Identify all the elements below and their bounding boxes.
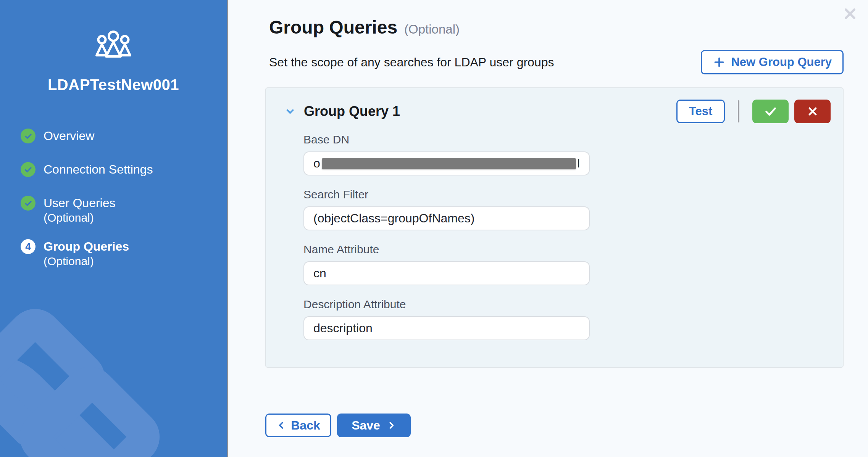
step-number-badge: 4 [21,239,35,254]
step-complete-check-icon [21,129,35,143]
base-dn-label: Base DN [303,133,831,146]
x-icon [806,105,820,118]
delete-button[interactable] [794,100,831,123]
back-label: Back [291,418,320,433]
search-filter-input[interactable]: (objectClass=groupOfNames) [303,206,590,230]
close-icon[interactable] [841,5,859,23]
step-overview[interactable]: Overview [21,129,227,143]
group-query-title: Group Query 1 [304,103,400,119]
user-group-icon [94,31,133,58]
description-attribute-value: description [313,321,373,335]
name-attribute-input[interactable]: cn [303,261,590,285]
save-label: Save [352,418,380,433]
step-label: Group Queries [44,239,129,254]
base-dn-value-end: l [577,156,580,171]
plus-icon [713,56,726,69]
step-complete-check-icon [21,162,35,177]
step-connection-settings[interactable]: Connection Settings [21,162,227,177]
chevron-right-icon [386,420,396,430]
redaction-bar [322,158,576,169]
chevron-down-icon[interactable] [284,105,297,117]
description-attribute-label: Description Attribute [303,298,831,311]
org-title: LDAPTestNew001 [48,76,179,93]
base-dn-value-start: o [313,156,320,171]
page-title: Group Queries [269,17,397,38]
base-dn-input[interactable]: o l [303,151,590,175]
description-attribute-input[interactable]: description [303,316,590,340]
step-complete-check-icon [21,196,35,211]
check-icon [763,103,779,119]
actions-divider [738,100,739,122]
save-button[interactable]: Save [337,414,411,437]
search-filter-value: (objectClass=groupOfNames) [313,211,474,225]
page-title-optional: (Optional) [404,22,460,37]
sidebar: LDAPTestNew001 Overview Connection Setti… [0,0,227,457]
name-attribute-label: Name Attribute [303,243,831,256]
step-sublabel: (Optional) [44,211,116,225]
chevron-left-icon [276,420,286,430]
search-filter-label: Search Filter [303,188,831,201]
confirm-button[interactable] [752,100,789,123]
back-button[interactable]: Back [265,414,331,437]
main-panel: Group Queries (Optional) Set the scope o… [228,0,868,457]
page-subtitle: Set the scope of any searches for LDAP u… [269,55,554,69]
step-group-queries[interactable]: 4 Group Queries (Optional) [21,239,227,268]
wizard-steps: Overview Connection Settings User Querie… [0,129,227,268]
group-query-form: Base DN o l Search Filter (objectClass=g… [303,133,831,340]
step-sublabel: (Optional) [44,254,129,268]
name-attribute-value: cn [313,266,326,280]
new-group-query-label: New Group Query [731,55,832,69]
new-group-query-button[interactable]: New Group Query [701,50,844,74]
test-button[interactable]: Test [676,100,725,123]
step-label: Connection Settings [44,162,153,177]
group-query-card: Group Query 1 Test Base DN o [265,87,844,368]
ldap-config-modal: LDAPTestNew001 Overview Connection Setti… [0,0,868,457]
step-label: Overview [44,129,94,143]
step-user-queries[interactable]: User Queries (Optional) [21,196,227,225]
step-label: User Queries [44,196,116,211]
